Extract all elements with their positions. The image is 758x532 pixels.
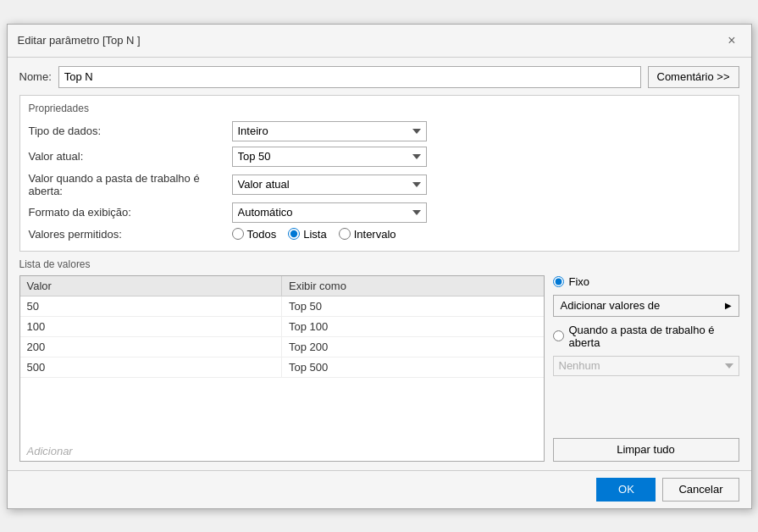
quando-row: Quando a pasta de trabalho é aberta [553, 324, 739, 349]
tipo-label: Tipo de dados: [29, 125, 232, 137]
valor-label: Valor atual: [29, 150, 232, 163]
formato-row: Formato da exibição: Automático [29, 202, 730, 223]
limpar-button[interactable]: Limpar tudo [553, 438, 739, 462]
valor-row: Valor atual: Top 50 [29, 147, 730, 167]
cell-valor: 100 [20, 317, 283, 336]
radio-todos-label: Todos [247, 228, 277, 241]
name-label: Nome: [19, 70, 52, 83]
radio-lista[interactable]: Lista [288, 228, 326, 241]
list-right-panel: Fixo Adicionar valores de ▶ Quando a pas… [553, 275, 739, 462]
valores-row: Valores permitidos: Todos Lista Interval… [29, 228, 730, 241]
quando-label: Quando a pasta de trabalho é aberta [569, 324, 739, 349]
ok-button[interactable]: OK [596, 478, 656, 502]
fixo-row: Fixo [553, 275, 739, 288]
pasta-row: Valor quando a pasta de trabalho é abert… [29, 172, 730, 197]
name-input[interactable] [58, 66, 641, 88]
table-row[interactable]: 50 Top 50 [20, 296, 544, 317]
properties-title: Propriedades [29, 103, 730, 114]
close-button[interactable]: × [722, 31, 740, 50]
cell-valor: 200 [20, 337, 283, 357]
cell-valor: 50 [20, 296, 283, 316]
add-values-button[interactable]: Adicionar valores de ▶ [553, 295, 739, 317]
list-section-title: Lista de valores [19, 258, 739, 270]
valor-select[interactable]: Top 50 [232, 147, 427, 167]
list-table-header: Valor Exibir como [20, 276, 544, 296]
nenhum-select[interactable]: Nenhum [553, 356, 739, 376]
table-row[interactable]: 500 Top 500 [20, 357, 544, 378]
radio-todos[interactable]: Todos [232, 228, 277, 241]
list-body: Valor Exibir como 50 Top 50 100 Top 100 … [19, 275, 739, 462]
formato-label: Formato da exibição: [29, 206, 232, 219]
list-section: Lista de valores Valor Exibir como 50 To… [19, 258, 739, 462]
radio-lista-input[interactable] [288, 228, 300, 240]
dialog-footer: OK Cancelar [8, 470, 751, 508]
radio-intervalo-input[interactable] [339, 228, 351, 240]
quando-radio[interactable] [553, 330, 564, 341]
properties-section: Propriedades Tipo de dados: Inteiro Valo… [19, 95, 739, 252]
add-row[interactable]: Adicionar [20, 441, 544, 461]
list-table: Valor Exibir como 50 Top 50 100 Top 100 … [19, 275, 545, 462]
dialog: Editar parâmetro [Top N ] × Nome: Coment… [7, 24, 752, 509]
valores-label: Valores permitidos: [29, 228, 232, 241]
pasta-select[interactable]: Valor atual [232, 175, 427, 195]
table-row[interactable]: 100 Top 100 [20, 317, 544, 337]
fixo-label: Fixo [569, 275, 590, 288]
pasta-label: Valor quando a pasta de trabalho é abert… [29, 172, 232, 197]
chevron-right-icon: ▶ [725, 301, 732, 310]
tipo-select[interactable]: Inteiro [232, 121, 427, 141]
radio-intervalo-label: Intervalo [354, 228, 396, 241]
cancel-button[interactable]: Cancelar [662, 478, 739, 502]
add-values-label: Adicionar valores de [561, 299, 661, 312]
col-exibir: Exibir como [282, 276, 544, 296]
fixo-radio[interactable] [553, 276, 564, 287]
radio-lista-label: Lista [303, 228, 326, 241]
list-rows: 50 Top 50 100 Top 100 200 Top 200 500 To… [20, 296, 544, 441]
name-row: Nome: Comentário >> [19, 66, 739, 88]
cell-exibir: Top 50 [282, 296, 544, 316]
radio-todos-input[interactable] [232, 228, 244, 240]
comment-button[interactable]: Comentário >> [648, 66, 739, 88]
cell-exibir: Top 500 [282, 357, 544, 377]
dialog-title: Editar parâmetro [Top N ] [18, 34, 141, 47]
radio-group: Todos Lista Intervalo [232, 228, 396, 241]
cell-exibir: Top 200 [282, 337, 544, 357]
cell-valor: 500 [20, 357, 283, 377]
cell-exibir: Top 100 [282, 317, 544, 336]
formato-select[interactable]: Automático [232, 202, 427, 223]
tipo-row: Tipo de dados: Inteiro [29, 121, 730, 141]
radio-intervalo[interactable]: Intervalo [339, 228, 396, 241]
table-row[interactable]: 200 Top 200 [20, 337, 544, 357]
title-bar: Editar parâmetro [Top N ] × [8, 25, 751, 58]
col-valor: Valor [20, 276, 283, 296]
